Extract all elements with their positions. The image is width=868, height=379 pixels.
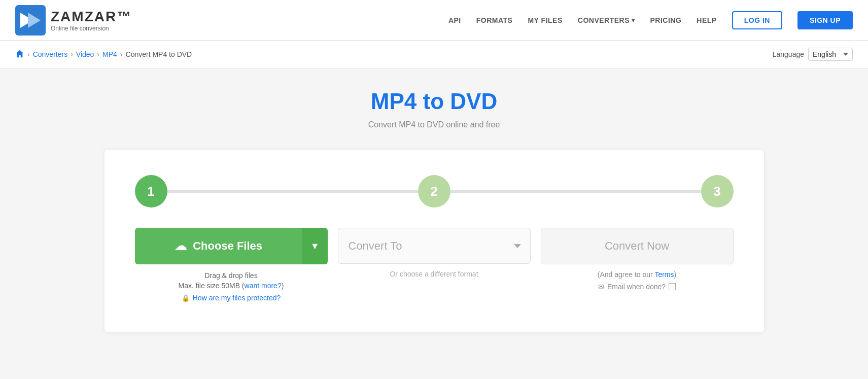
step-2-circle: 2 bbox=[418, 175, 450, 208]
choose-files-wrapper: ☁ Choose Files ▼ bbox=[135, 228, 328, 264]
login-button[interactable]: LOG IN bbox=[732, 11, 782, 29]
file-size-text: Max. file size 50MB (want more?) bbox=[179, 282, 284, 290]
logo-icon bbox=[15, 5, 46, 36]
convert-now-col: Convert Now (And agree to our Terms) ✉ E… bbox=[541, 228, 734, 291]
convert-now-wrapper: Convert Now bbox=[541, 228, 734, 264]
breadcrumb-mp4[interactable]: MP4 bbox=[102, 50, 117, 58]
nav-my-files[interactable]: MY FILES bbox=[528, 16, 562, 24]
breadcrumb-video[interactable]: Video bbox=[76, 50, 94, 58]
email-icon: ✉ bbox=[598, 283, 604, 291]
convert-to-col: Convert To DVD AVI MP4 MOV MKV Or choose… bbox=[338, 228, 531, 278]
main-nav: API FORMATS MY FILES CONVERTERS ▾ PRICIN… bbox=[448, 11, 853, 29]
breadcrumb-current: Convert MP4 to DVD bbox=[126, 50, 192, 58]
converter-box: 1 2 3 ☁ Choose Files ▼ bbox=[105, 150, 764, 332]
nav-converters[interactable]: CONVERTERS ▾ bbox=[578, 16, 635, 24]
email-when-done-label: Email when done? bbox=[607, 283, 666, 291]
breadcrumb-sep-1: › bbox=[27, 50, 30, 58]
logo-subtitle: Online file conversion bbox=[51, 25, 132, 32]
upload-icon: ☁ bbox=[175, 239, 187, 253]
page-subtitle: Convert MP4 to DVD online and free bbox=[94, 120, 774, 129]
protected-link[interactable]: 🔒 How are my files protected? bbox=[182, 294, 281, 302]
main-content: MP4 to DVD Convert MP4 to DVD online and… bbox=[79, 68, 789, 363]
convert-to-select[interactable]: Convert To DVD AVI MP4 MOV MKV bbox=[338, 228, 531, 264]
nav-formats[interactable]: FORMATS bbox=[476, 16, 513, 24]
choose-files-col: ☁ Choose Files ▼ Drag & drop files Max. … bbox=[135, 228, 328, 302]
home-icon bbox=[15, 49, 24, 58]
breadcrumb-home[interactable] bbox=[15, 49, 24, 60]
breadcrumb-bar: › Converters › Video › MP4 › Convert MP4… bbox=[0, 41, 868, 68]
step-1-circle: 1 bbox=[135, 175, 167, 208]
language-area: Language English Español Français Deutsc… bbox=[773, 48, 853, 61]
choose-files-dropdown-button[interactable]: ▼ bbox=[302, 228, 328, 264]
convert-now-button[interactable]: Convert Now bbox=[541, 228, 734, 264]
choose-files-button[interactable]: ☁ Choose Files bbox=[135, 228, 302, 264]
dropdown-arrow-icon: ▼ bbox=[310, 241, 320, 252]
logo[interactable]: ZAMZAR™ Online file conversion bbox=[15, 5, 132, 36]
signup-button[interactable]: SIGN UP bbox=[797, 11, 853, 29]
breadcrumb-sep-2: › bbox=[71, 50, 73, 58]
drag-drop-text: Drag & drop files bbox=[204, 271, 257, 280]
page-title: MP4 to DVD bbox=[94, 89, 774, 114]
email-done-row: ✉ Email when done? bbox=[598, 283, 676, 291]
actions-row: ☁ Choose Files ▼ Drag & drop files Max. … bbox=[135, 228, 734, 302]
logo-title: ZAMZAR™ bbox=[51, 9, 132, 25]
email-when-done-checkbox[interactable] bbox=[669, 283, 676, 290]
step-line-2 bbox=[450, 190, 701, 193]
nav-api[interactable]: API bbox=[448, 16, 461, 24]
breadcrumb-converters[interactable]: Converters bbox=[33, 50, 67, 58]
convert-to-wrapper: Convert To DVD AVI MP4 MOV MKV bbox=[338, 228, 531, 264]
breadcrumb-sep-4: › bbox=[120, 50, 123, 58]
nav-help[interactable]: HELP bbox=[697, 16, 716, 24]
different-format-text: Or choose a different format bbox=[390, 270, 478, 278]
steps-row: 1 2 3 bbox=[135, 175, 734, 208]
lock-icon: 🔒 bbox=[182, 294, 190, 302]
terms-link[interactable]: Terms bbox=[654, 270, 674, 279]
step-3-circle: 3 bbox=[701, 175, 734, 208]
breadcrumb-sep-3: › bbox=[97, 50, 99, 58]
breadcrumb: › Converters › Video › MP4 › Convert MP4… bbox=[15, 49, 192, 60]
chevron-down-icon: ▾ bbox=[632, 17, 635, 24]
language-label: Language bbox=[773, 50, 804, 58]
terms-text: (And agree to our Terms) bbox=[598, 270, 676, 279]
step-line-1 bbox=[167, 190, 418, 193]
language-select[interactable]: English Español Français Deutsch bbox=[808, 48, 853, 61]
nav-pricing[interactable]: PRICING bbox=[650, 16, 682, 24]
header: ZAMZAR™ Online file conversion API FORMA… bbox=[0, 0, 868, 41]
want-more-link[interactable]: want more? bbox=[245, 282, 282, 290]
